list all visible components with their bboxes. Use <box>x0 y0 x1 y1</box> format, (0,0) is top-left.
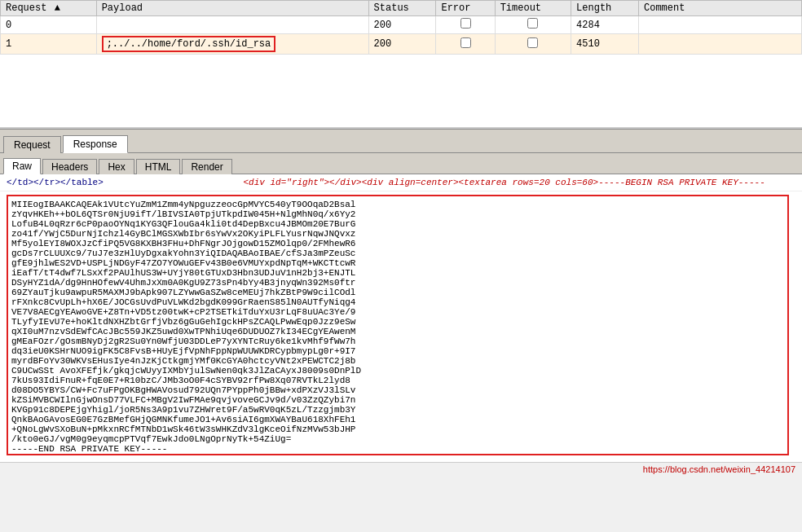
cell-request: 1 <box>1 34 97 55</box>
cell-timeout <box>495 34 571 55</box>
subtab-headers[interactable]: Headers <box>42 159 97 174</box>
closing-tags: </td></tr></table> <box>7 178 104 187</box>
cell-comment <box>639 34 802 55</box>
col-timeout[interactable]: Timeout <box>495 1 571 16</box>
timeout-checkbox[interactable] <box>527 18 538 29</box>
tab-request[interactable]: Request <box>3 136 61 153</box>
col-comment[interactable]: Comment <box>639 1 802 16</box>
highlighted-tags: <div id="right"></div><div align=center>… <box>243 178 765 187</box>
cell-timeout <box>495 16 571 34</box>
cell-status: 200 <box>368 34 436 55</box>
cell-length: 4510 <box>571 34 639 55</box>
rsa-key-textarea[interactable] <box>7 195 789 455</box>
error-checkbox[interactable] <box>460 37 471 48</box>
cell-error <box>436 16 495 34</box>
cell-status: 200 <box>368 16 436 34</box>
col-status[interactable]: Status <box>368 1 436 16</box>
bottom-url: https://blog.csdn.net/weixin_44214107 <box>643 464 795 474</box>
col-payload[interactable]: Payload <box>96 1 368 16</box>
subtab-html[interactable]: HTML <box>136 159 181 174</box>
bottom-bar: https://blog.csdn.net/weixin_44214107 <box>0 462 802 476</box>
request-table: Request ▲ Payload Status Error Timeout L… <box>0 0 802 55</box>
cell-request: 0 <box>1 16 97 34</box>
cell-payload <box>96 16 368 34</box>
col-request[interactable]: Request ▲ <box>1 1 97 16</box>
sort-arrow-icon: ▲ <box>55 2 60 14</box>
subtab-bar: Raw Headers Hex HTML Render <box>0 153 802 174</box>
col-length[interactable]: Length <box>571 1 639 16</box>
main-tab-bar: Request Response <box>0 129 802 153</box>
subtab-render[interactable]: Render <box>182 159 231 174</box>
table-row[interactable]: 1;../../home/ford/.ssh/id_rsa2004510 <box>1 34 802 55</box>
rsa-key-container <box>0 191 802 462</box>
content-area: </td></tr></table> <div id="right"></div… <box>0 174 802 462</box>
cell-comment <box>639 16 802 34</box>
cell-error <box>436 34 495 55</box>
tab-response[interactable]: Response <box>63 135 128 153</box>
subtab-raw[interactable]: Raw <box>3 158 41 174</box>
error-checkbox[interactable] <box>460 18 471 29</box>
timeout-checkbox[interactable] <box>527 37 538 48</box>
request-table-container: Request ▲ Payload Status Error Timeout L… <box>0 0 802 129</box>
table-empty-space <box>0 55 802 128</box>
col-error[interactable]: Error <box>436 1 495 16</box>
cell-payload: ;../../home/ford/.ssh/id_rsa <box>96 34 368 55</box>
html-tags-line: </td></tr></table> <div id="right"></div… <box>0 174 802 191</box>
payload-highlight: ;../../home/ford/.ssh/id_rsa <box>102 36 276 52</box>
subtab-hex[interactable]: Hex <box>99 159 134 174</box>
cell-length: 4284 <box>571 16 639 34</box>
table-row[interactable]: 02004284 <box>1 16 802 34</box>
